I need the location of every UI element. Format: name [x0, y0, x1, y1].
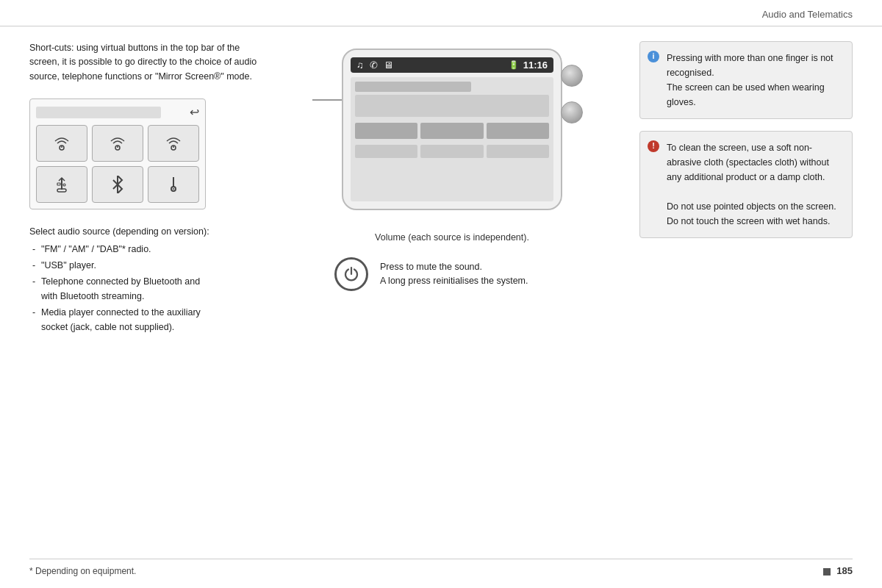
- usb-btn[interactable]: [36, 166, 87, 203]
- source-grid-bar: [36, 107, 161, 118]
- shortcut-description: Short-cuts: using virtual buttons in the…: [29, 41, 265, 84]
- page-number-area: 185: [823, 565, 853, 576]
- warning-note-box: ! To clean the screen, use a soft non-ab…: [639, 131, 853, 238]
- info-note-line-1: Pressing with more than one finger is no…: [667, 53, 833, 78]
- middle-column: ♫ ✆ 🖥 🔋 11:16: [279, 41, 625, 570]
- screen-row-3: [420, 145, 483, 158]
- source-grid-top: ↩: [36, 105, 199, 119]
- screen-btn-1: [355, 123, 417, 139]
- aux-btn[interactable]: [148, 166, 199, 203]
- phone-icon: ✆: [370, 60, 378, 71]
- screen-controls: [561, 65, 583, 123]
- page-header: Audio and Telematics: [0, 0, 882, 26]
- right-column: i Pressing with more than one finger is …: [639, 41, 853, 570]
- screen-body: [351, 77, 553, 201]
- svg-rect-9: [63, 184, 65, 186]
- header-title: Audio and Telematics: [762, 9, 853, 20]
- svg-rect-7: [57, 189, 66, 192]
- screen-btn-2: [420, 123, 483, 139]
- car-screen-outer: ♫ ✆ 🖥 🔋 11:16: [342, 49, 562, 210]
- screen-top-icons: ♫ ✆ 🖥: [356, 60, 393, 71]
- volume-knob[interactable]: [561, 65, 583, 87]
- list-item: Telephone connected by Bluetooth andwith…: [29, 274, 265, 304]
- svg-point-12: [173, 188, 174, 190]
- radio-btn-3[interactable]: [148, 125, 199, 162]
- mute-section: Press to mute the sound. A long press re…: [334, 257, 570, 291]
- page-square-icon: [823, 568, 831, 576]
- warning-line-1: To clean the screen, use a soft non-abra…: [667, 143, 829, 182]
- svg-rect-8: [57, 183, 60, 185]
- page-number: 185: [836, 565, 853, 576]
- source-button-grid: [36, 125, 199, 203]
- left-column: Short-cuts: using virtual buttons in the…: [29, 41, 265, 570]
- back-arrow-icon: ↩: [190, 105, 199, 119]
- list-item: Media player connected to the auxiliarys…: [29, 305, 265, 334]
- screen-row-2: [355, 145, 417, 158]
- warning-line-2: Do not use pointed objects on the screen…: [667, 201, 836, 212]
- list-item: "USB" player.: [29, 258, 265, 273]
- battery-icon: 🔋: [509, 60, 519, 70]
- warning-line-3: Do not touch the screen with wet hands.: [667, 216, 830, 226]
- warning-note-text: To clean the screen, use a soft non-abra…: [667, 140, 842, 229]
- select-audio-title: Select audio source (depending on versio…: [29, 224, 265, 239]
- page-footer: * Depending on equipment. 185: [29, 559, 853, 576]
- source-grid-container: ↩: [29, 98, 206, 209]
- power-button[interactable]: [334, 257, 368, 291]
- mute-line-1: Press to mute the sound.: [380, 260, 528, 274]
- bluetooth-btn[interactable]: [92, 166, 143, 203]
- screen-row-4: [487, 145, 549, 158]
- volume-description: Volume (each source is independent).: [375, 232, 529, 243]
- screen-btn-3: [487, 123, 549, 139]
- car-screen-wrapper: ♫ ✆ 🖥 🔋 11:16: [334, 49, 570, 218]
- screen-status-bar: ♫ ✆ 🖥 🔋 11:16: [351, 57, 553, 73]
- mute-description: Press to mute the sound. A long press re…: [380, 257, 528, 289]
- radio-btn-1[interactable]: [36, 125, 87, 162]
- screen-content: [351, 77, 553, 162]
- control-knob-2[interactable]: [561, 101, 583, 123]
- main-content: Short-cuts: using virtual buttons in the…: [0, 26, 882, 578]
- info-note-box: i Pressing with more than one finger is …: [639, 41, 853, 119]
- info-icon-badge: i: [648, 51, 659, 62]
- warning-icon-badge: !: [648, 140, 659, 152]
- select-audio-list: "FM" / "AM" / "DAB"* radio. "USB" player…: [29, 242, 265, 334]
- info-note-line-2: The screen can be used when wearing glov…: [667, 82, 825, 107]
- select-audio-section: Select audio source (depending on versio…: [29, 224, 265, 334]
- media-icon: 🖥: [384, 60, 393, 71]
- list-item: "FM" / "AM" / "DAB"* radio.: [29, 242, 265, 257]
- footer-note: * Depending on equipment.: [29, 566, 136, 576]
- radio-btn-2[interactable]: [92, 125, 143, 162]
- screen-row-1: [355, 82, 471, 92]
- music-icon: ♫: [356, 60, 364, 71]
- screen-main-display: [355, 95, 549, 117]
- info-note-text: Pressing with more than one finger is no…: [667, 51, 842, 110]
- mute-line-2: A long press reinitialises the system.: [380, 274, 528, 288]
- screen-time: 11:16: [523, 60, 548, 71]
